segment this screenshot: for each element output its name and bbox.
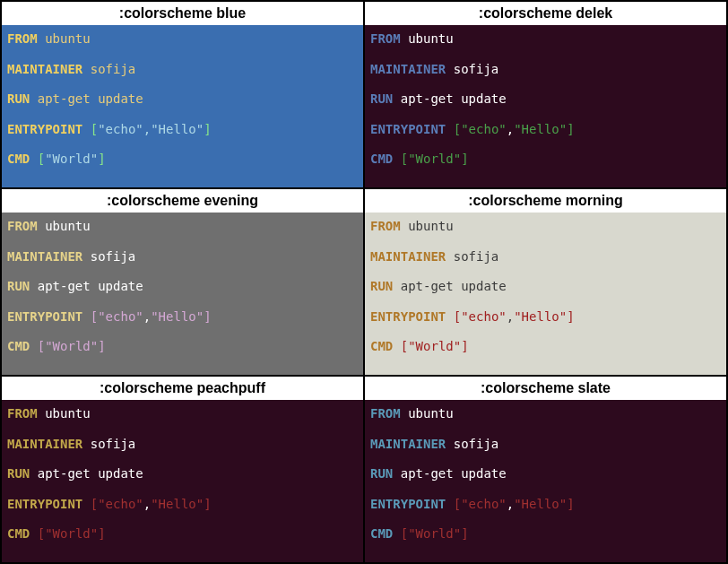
code-line: RUN apt-get update	[7, 89, 358, 110]
code-line	[7, 298, 358, 307]
keyword: ENTRYPOINT	[370, 122, 446, 136]
keyword: MAINTAINER	[370, 62, 446, 76]
code-line: RUN apt-get update	[370, 464, 721, 485]
token-string: "Hello"	[514, 122, 567, 136]
token-bracket: ]	[204, 122, 211, 136]
code-line: FROM ubuntu	[7, 216, 358, 238]
token-identifier: sofija	[446, 62, 498, 76]
code-line	[7, 141, 358, 150]
code-line	[7, 80, 358, 89]
token-text	[30, 339, 37, 353]
token-bracket: [	[454, 309, 461, 324]
code-line	[7, 516, 358, 525]
token-identifier: sofija	[446, 437, 498, 451]
code-line	[7, 455, 358, 464]
token-text: ,	[143, 497, 151, 511]
code-line: MAINTAINER sofija	[370, 59, 721, 81]
token-text	[393, 526, 400, 541]
code-line	[7, 328, 358, 337]
code-line: RUN apt-get update	[7, 276, 358, 298]
code-line: MAINTAINER sofija	[7, 434, 358, 456]
token-string: "World"	[408, 152, 461, 166]
keyword: FROM	[370, 31, 401, 46]
code-line: CMD ["World"]	[7, 149, 358, 170]
token-identifier: apt-get update	[393, 279, 506, 293]
token-text: ,	[507, 309, 514, 324]
keyword: MAINTAINER	[370, 437, 446, 451]
scheme-cell: :colorscheme eveningFROM ubuntu MAINTAIN…	[1, 188, 364, 376]
token-bracket: ]	[98, 152, 105, 166]
token-string: "echo"	[98, 309, 143, 324]
token-string: "Hello"	[514, 497, 567, 511]
token-bracket: ]	[204, 309, 211, 324]
code-line: ENTRYPOINT ["echo","Hello"]	[7, 119, 358, 141]
token-identifier: ubuntu	[401, 219, 454, 233]
keyword: CMD	[7, 152, 30, 166]
token-text	[393, 152, 400, 166]
keyword: RUN	[7, 466, 30, 481]
token-text	[30, 526, 37, 541]
code-line	[370, 50, 721, 59]
code-line: MAINTAINER sofija	[7, 59, 358, 81]
scheme-title: :colorscheme delek	[365, 2, 726, 25]
token-bracket: [	[91, 122, 98, 136]
token-identifier: apt-get update	[393, 91, 506, 106]
code-line	[7, 485, 358, 494]
keyword: FROM	[7, 406, 38, 421]
token-bracket: ]	[98, 526, 105, 541]
code-line: RUN apt-get update	[370, 89, 721, 110]
token-identifier: apt-get update	[393, 466, 506, 481]
token-bracket: [	[38, 339, 45, 353]
code-line: CMD ["World"]	[7, 524, 358, 545]
code-line	[370, 485, 721, 494]
code-block: FROM ubuntu MAINTAINER sofija RUN apt-ge…	[2, 400, 363, 562]
code-line	[7, 425, 358, 434]
scheme-title: :colorscheme evening	[2, 189, 363, 213]
code-block: FROM ubuntu MAINTAINER sofija RUN apt-ge…	[2, 213, 363, 375]
token-identifier: ubuntu	[38, 31, 91, 46]
token-identifier: sofija	[82, 437, 135, 451]
code-line	[370, 516, 721, 525]
code-line	[7, 50, 358, 59]
keyword: CMD	[370, 152, 393, 166]
code-line	[370, 238, 721, 247]
token-text: ,	[507, 497, 514, 511]
code-line	[7, 110, 358, 119]
token-string: "echo"	[461, 497, 507, 511]
keyword: RUN	[370, 466, 393, 481]
token-string: "echo"	[98, 122, 143, 136]
token-string: "echo"	[461, 309, 507, 324]
code-block: FROM ubuntu MAINTAINER sofija RUN apt-ge…	[365, 25, 726, 187]
token-identifier: ubuntu	[38, 219, 91, 233]
token-string: "echo"	[461, 122, 507, 136]
scheme-cell: :colorscheme delekFROM ubuntu MAINTAINER…	[364, 1, 727, 188]
token-string: "World"	[408, 339, 461, 353]
token-bracket: [	[91, 497, 98, 511]
token-identifier: ubuntu	[401, 31, 454, 46]
token-identifier: ubuntu	[38, 406, 91, 421]
keyword: ENTRYPOINT	[7, 497, 82, 511]
code-line: FROM ubuntu	[370, 29, 721, 50]
keyword: MAINTAINER	[370, 249, 446, 264]
code-block: FROM ubuntu MAINTAINER sofija RUN apt-ge…	[365, 400, 726, 562]
token-string: "Hello"	[151, 497, 204, 511]
token-identifier: sofija	[446, 249, 498, 264]
token-text: ,	[507, 122, 514, 136]
token-identifier: apt-get update	[30, 466, 143, 481]
token-bracket: [	[454, 497, 461, 511]
code-line	[370, 80, 721, 89]
token-bracket: [	[91, 309, 98, 324]
keyword: RUN	[370, 279, 393, 293]
token-text	[82, 497, 90, 511]
code-line: ENTRYPOINT ["echo","Hello"]	[370, 119, 721, 141]
keyword: FROM	[7, 219, 38, 233]
token-string: "Hello"	[151, 122, 204, 136]
code-line: MAINTAINER sofija	[7, 247, 358, 268]
code-line	[370, 328, 721, 337]
token-bracket: [	[454, 122, 461, 136]
token-bracket: ]	[204, 497, 211, 511]
token-text	[82, 122, 90, 136]
keyword: MAINTAINER	[7, 437, 82, 451]
code-line: ENTRYPOINT ["echo","Hello"]	[7, 494, 358, 516]
code-line	[370, 455, 721, 464]
